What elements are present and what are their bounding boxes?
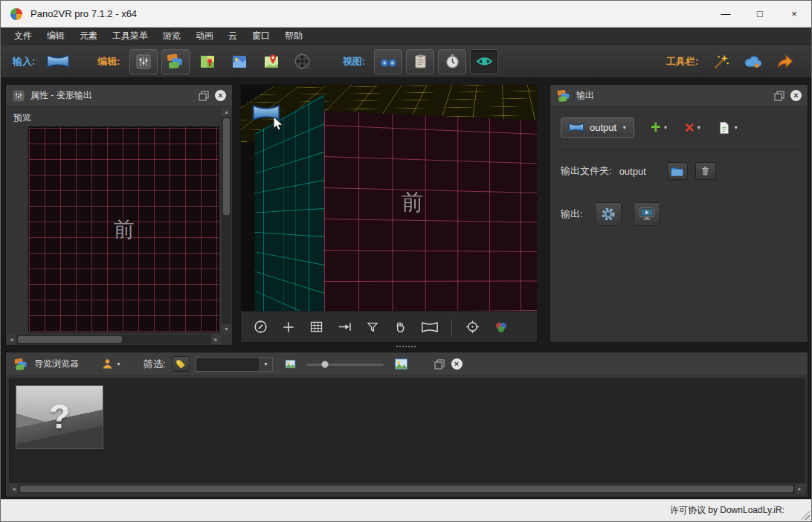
viewer-target-button[interactable] [465, 319, 480, 335]
panorama-thumbnail[interactable]: ? [16, 385, 103, 449]
trash-icon [700, 165, 711, 177]
edit-patch-button[interactable] [225, 49, 254, 74]
scrollbar-thumb[interactable] [20, 486, 793, 492]
output-panel: 输出 × output ▼ [550, 84, 808, 343]
template-file-button[interactable]: ▼ [718, 121, 738, 135]
delete-output-button[interactable]: × ▼ [684, 120, 701, 136]
output-preset-value: output [590, 122, 616, 133]
combobox-arrow-button[interactable]: ▼ [260, 358, 272, 371]
output-folder-value: output [619, 166, 646, 177]
generate-output-button[interactable] [595, 202, 622, 226]
input-panorama-button[interactable] [44, 49, 72, 74]
float-window-icon [434, 359, 445, 370]
float-panel-button[interactable] [773, 90, 785, 101]
menu-item-tools-menu[interactable]: 工具菜单 [105, 28, 155, 45]
viewer-straighten-button[interactable] [337, 319, 352, 335]
minimize-button[interactable]: — [709, 1, 743, 27]
scroll-right-arrow[interactable]: ► [211, 335, 221, 344]
properties-panel-title: 属性 - 变形输出 [30, 89, 92, 102]
view-clipboard-button[interactable] [406, 49, 434, 74]
tour-browser-panel: 导览浏览器 ▼ 筛选: [5, 352, 808, 497]
divider [558, 149, 800, 150]
panorama-3d-view[interactable]: 前 [241, 85, 537, 311]
clear-folder-button[interactable] [695, 162, 716, 180]
toolbar-separator [451, 319, 452, 335]
slider-thumb[interactable] [321, 361, 329, 368]
filter-label: 筛选: [144, 358, 166, 371]
stopwatch-icon [444, 53, 461, 70]
app-logo-icon [10, 7, 23, 21]
slider-track[interactable] [306, 364, 384, 366]
edit-animation-button[interactable] [289, 49, 318, 74]
menu-item-cloud[interactable]: 云 [221, 28, 245, 45]
float-panel-button[interactable] [434, 358, 445, 370]
scroll-right-arrow[interactable]: ► [795, 484, 805, 494]
viewer-compass-button[interactable] [253, 319, 268, 335]
edit-properties-button[interactable] [129, 49, 158, 74]
properties-sliders-icon [135, 53, 152, 71]
close-panel-button[interactable]: × [790, 90, 802, 101]
browse-folder-button[interactable] [667, 162, 688, 180]
viewer-pan-hand-button[interactable] [393, 319, 408, 335]
scrollbar-thumb[interactable] [223, 118, 230, 215]
drag-panorama-hint [251, 103, 290, 135]
view-time-button[interactable] [438, 49, 466, 74]
filter-tag-button[interactable] [172, 356, 190, 372]
view-output-preview-button[interactable] [470, 49, 498, 74]
scroll-up-arrow[interactable]: ▲ [222, 107, 231, 117]
close-panel-button[interactable]: × [215, 90, 226, 101]
view-find-button[interactable] [374, 49, 402, 74]
add-output-button[interactable]: + ▼ [651, 119, 668, 136]
vertical-scrollbar[interactable]: ▲ ▼ [222, 107, 231, 334]
float-window-icon [199, 91, 209, 101]
output-panel-header: 输出 × [550, 85, 808, 107]
edit-map-button[interactable] [193, 49, 222, 74]
menu-bar: 文件 编辑 元素 工具菜单 游览 动画 云 窗口 帮助 [1, 28, 811, 45]
output-preset-dropdown[interactable]: output ▼ [561, 117, 634, 138]
resize-grip[interactable] [801, 511, 810, 520]
viewer-color-adjust-button[interactable] [493, 319, 509, 335]
maximize-button[interactable]: □ [743, 1, 777, 27]
magic-wand-icon [712, 52, 731, 71]
viewer-panorama-button[interactable] [421, 320, 439, 335]
edit-pin-button[interactable] [257, 49, 286, 74]
panorama-viewer-panel: 前 [240, 84, 538, 343]
map-icon [199, 53, 216, 71]
menu-item-tour[interactable]: 游览 [155, 28, 188, 45]
scroll-down-arrow[interactable]: ▼ [222, 324, 231, 334]
plus-icon: + [651, 119, 660, 136]
close-button[interactable]: × [777, 1, 811, 27]
horizontal-scrollbar[interactable]: ◄ ► [9, 484, 805, 494]
viewer-add-button[interactable] [281, 320, 296, 335]
tools-wizard-button[interactable] [707, 49, 735, 74]
user-view-dropdown[interactable]: ▼ [101, 358, 121, 370]
float-panel-button[interactable] [198, 90, 210, 101]
panel-splitter-handle[interactable] [396, 345, 416, 349]
tools-export-button[interactable] [771, 49, 799, 74]
scroll-left-arrow[interactable]: ◄ [9, 484, 19, 494]
scroll-left-arrow[interactable]: ◄ [7, 335, 16, 344]
thumbnail-zoom-slider[interactable] [306, 358, 384, 370]
menu-item-animation[interactable]: 动画 [188, 28, 221, 45]
tools-cloud-button[interactable] [739, 49, 767, 74]
front-face-label: 前 [402, 187, 424, 218]
close-panel-button[interactable]: × [451, 358, 463, 370]
viewer-grid-button[interactable] [309, 319, 324, 335]
filter-combobox[interactable]: ▼ [196, 357, 273, 372]
viewer-filter-button[interactable] [365, 320, 380, 335]
main-toolbar: 输入: 编辑: [1, 45, 811, 78]
open-output-button[interactable] [634, 202, 660, 226]
menu-item-elements[interactable]: 元素 [72, 28, 105, 45]
menu-item-window[interactable]: 窗口 [245, 28, 277, 45]
scrollbar-thumb[interactable] [18, 336, 122, 343]
menu-item-file[interactable]: 文件 [7, 28, 39, 45]
chevron-down-icon: ▼ [116, 361, 121, 367]
horizontal-scrollbar[interactable]: ◄ ► [7, 335, 221, 344]
edit-tour-browser-button[interactable] [161, 49, 190, 74]
large-thumbnail-icon [394, 357, 408, 371]
toolbar-group-edit: 编辑: [97, 49, 317, 74]
properties-panel-header: 属性 - 变形输出 × [6, 85, 232, 107]
menu-item-edit[interactable]: 编辑 [39, 28, 72, 45]
menu-item-help[interactable]: 帮助 [277, 28, 310, 45]
filter-combobox-field[interactable] [196, 358, 260, 371]
